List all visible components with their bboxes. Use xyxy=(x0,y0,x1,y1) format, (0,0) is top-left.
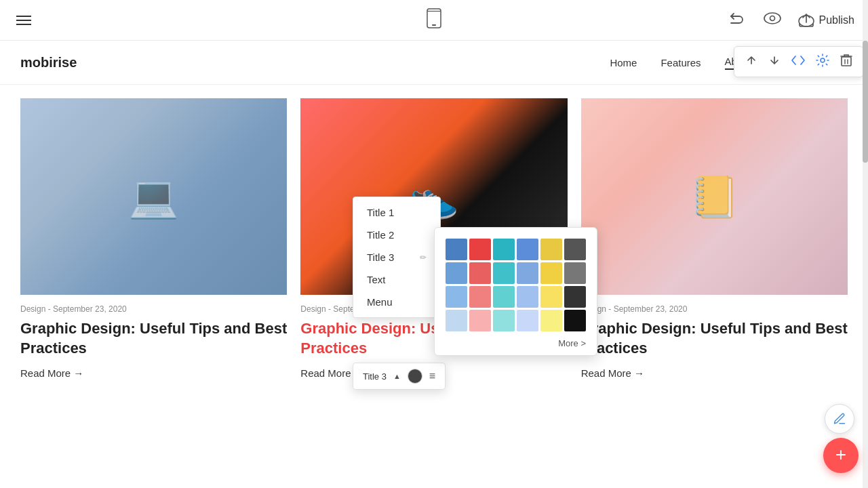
palette-cell[interactable] xyxy=(493,310,515,331)
brand-logo: mobirise xyxy=(20,55,77,70)
more-colors-link[interactable]: More > xyxy=(446,338,586,348)
card-3-image xyxy=(581,98,848,295)
svg-rect-1 xyxy=(432,24,436,26)
palette-cell[interactable] xyxy=(469,310,491,331)
hamburger-icon xyxy=(16,16,31,25)
block-toolbar xyxy=(734,46,864,77)
style-text[interactable]: Text xyxy=(353,268,440,291)
palette-cell[interactable] xyxy=(517,262,538,284)
palette-grid xyxy=(446,239,586,331)
palette-cell[interactable] xyxy=(564,310,586,331)
undo-button[interactable] xyxy=(726,7,747,33)
card-1: Design - September 23, 2020 Graphic Desi… xyxy=(20,98,287,380)
palette-cell[interactable] xyxy=(446,310,467,331)
style-title2[interactable]: Title 2 xyxy=(353,224,440,246)
svg-point-4 xyxy=(770,16,774,21)
text-style-bottom-bar: Title 3 ▲ ≡ xyxy=(353,363,446,390)
toolbar-center xyxy=(424,5,444,35)
card-1-read-more[interactable]: Read More → xyxy=(20,367,83,379)
code-button[interactable] xyxy=(787,52,809,71)
palette-cell[interactable] xyxy=(493,262,515,284)
palette-cell[interactable] xyxy=(493,286,515,308)
style-title1[interactable]: Title 1 xyxy=(353,201,440,224)
style-menu[interactable]: Menu xyxy=(353,291,440,313)
card-3-meta: Design - September 23, 2020 xyxy=(581,304,848,314)
delete-block-button[interactable] xyxy=(836,51,856,73)
move-down-button[interactable] xyxy=(764,52,785,72)
palette-cell[interactable] xyxy=(540,262,562,284)
menu-button[interactable] xyxy=(14,13,34,28)
top-toolbar: Publish xyxy=(0,0,868,41)
card-1-image xyxy=(20,98,287,295)
palette-cell[interactable] xyxy=(446,286,467,308)
chevron-up-icon[interactable]: ▲ xyxy=(393,372,401,380)
style-title3[interactable]: Title 3 ✏ xyxy=(353,246,440,268)
publish-label: Publish xyxy=(819,14,854,26)
palette-cell[interactable] xyxy=(469,239,491,260)
palette-cell[interactable] xyxy=(540,310,562,331)
toolbar-right: Publish xyxy=(726,7,854,33)
move-up-button[interactable] xyxy=(741,52,762,72)
palette-cell[interactable] xyxy=(446,239,467,260)
text-style-popup: Title 1 Title 2 Title 3 ✏ Text Menu xyxy=(353,197,441,318)
palette-cell[interactable] xyxy=(564,239,586,260)
card-3-read-more[interactable]: Read More → xyxy=(581,367,644,379)
align-icon[interactable]: ≡ xyxy=(429,370,435,382)
card-3-title: Graphic Design: Useful Tips and Best Pra… xyxy=(581,319,848,358)
palette-cell[interactable] xyxy=(493,239,515,260)
svg-point-3 xyxy=(764,13,781,24)
edit-fab-button[interactable] xyxy=(825,404,854,434)
palette-cell[interactable] xyxy=(469,286,491,308)
phone-preview-button[interactable] xyxy=(424,5,444,35)
add-fab-button[interactable]: + xyxy=(823,438,859,473)
palette-cell[interactable] xyxy=(517,310,538,331)
palette-cell[interactable] xyxy=(446,262,467,284)
nav-item-home[interactable]: Home xyxy=(610,57,637,68)
palette-cell[interactable] xyxy=(517,286,538,308)
scrollbar[interactable] xyxy=(863,0,868,488)
color-palette: More > xyxy=(434,227,597,356)
toolbar-left xyxy=(14,13,34,28)
edit-icon: ✏ xyxy=(420,253,427,262)
palette-cell[interactable] xyxy=(517,239,538,260)
card-1-title: Graphic Design: Useful Tips and Best Pra… xyxy=(20,319,287,358)
palette-cell[interactable] xyxy=(564,262,586,284)
publish-button[interactable]: Publish xyxy=(797,13,854,28)
palette-cell[interactable] xyxy=(540,286,562,308)
color-swatch[interactable] xyxy=(408,369,422,384)
card-3: Design - September 23, 2020 Graphic Desi… xyxy=(581,98,848,380)
settings-button[interactable] xyxy=(812,51,833,73)
card-1-meta: Design - September 23, 2020 xyxy=(20,304,287,314)
nav-item-features[interactable]: Features xyxy=(660,57,701,68)
svg-rect-7 xyxy=(842,57,851,66)
svg-point-6 xyxy=(821,58,825,62)
scrollbar-thumb[interactable] xyxy=(863,41,868,163)
palette-cell[interactable] xyxy=(469,262,491,284)
active-style-label: Title 3 xyxy=(363,371,387,382)
preview-button[interactable] xyxy=(761,9,784,30)
palette-cell[interactable] xyxy=(564,286,586,308)
palette-cell[interactable] xyxy=(540,239,562,260)
